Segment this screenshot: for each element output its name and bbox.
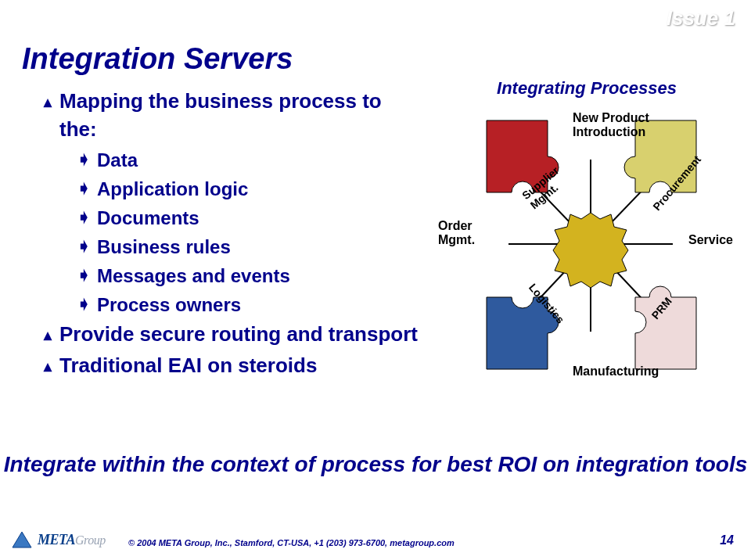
bullet-item: ➧ Business rules bbox=[77, 234, 419, 260]
label-new-product-introduction: New Product Introduction bbox=[573, 111, 649, 140]
arrow-bullet-icon: ➧ bbox=[77, 176, 91, 201]
bullet-item: ▴ Traditional EAI on steroids bbox=[44, 352, 419, 380]
bullet-item: ➧ Application logic bbox=[77, 176, 419, 202]
arrow-bullet-icon: ➧ bbox=[77, 147, 91, 172]
bullet-text: Business rules bbox=[97, 234, 231, 260]
diagram-svg bbox=[438, 105, 735, 433]
logo-text-sub: Group bbox=[75, 533, 106, 547]
page-number: 14 bbox=[720, 533, 734, 547]
arrow-bullet-icon: ➧ bbox=[77, 292, 91, 317]
triangle-bullet-icon: ▴ bbox=[44, 321, 52, 349]
meta-group-logo: METAGroup bbox=[11, 530, 106, 549]
bullet-item: ▴ Mapping the business process to the: bbox=[44, 88, 419, 144]
bullet-text: Messages and events bbox=[97, 263, 290, 289]
label-manufacturing: Manufacturing bbox=[573, 364, 659, 379]
label-order-mgmt: Order Mgmt. bbox=[438, 219, 475, 248]
diagram-title: Integrating Processes bbox=[438, 78, 735, 99]
center-gear-icon bbox=[553, 213, 628, 288]
summary-text: Integrate within the context of process … bbox=[0, 451, 751, 479]
copyright-text: © 2004 META Group, Inc., Stamford, CT-US… bbox=[128, 538, 455, 547]
arrow-bullet-icon: ➧ bbox=[77, 205, 91, 230]
bullet-text: Provide secure routing and transport bbox=[59, 321, 418, 349]
bullet-list: ▴ Mapping the business process to the: ➧… bbox=[44, 88, 419, 383]
bullet-item: ➧ Documents bbox=[77, 205, 419, 231]
bullet-item: ➧ Process owners bbox=[77, 292, 419, 318]
bullet-item: ▴ Provide secure routing and transport bbox=[44, 321, 419, 349]
bullet-item: ➧ Data bbox=[77, 147, 419, 173]
bullet-item: ➧ Messages and events bbox=[77, 263, 419, 289]
integrating-processes-diagram: Integrating Processes bbox=[438, 78, 735, 438]
bullet-text: Documents bbox=[97, 205, 199, 231]
label-service: Service bbox=[688, 233, 733, 247]
issue-badge: Issue 1 bbox=[667, 6, 735, 31]
bullet-text: Application logic bbox=[97, 176, 248, 202]
bullet-text: Traditional EAI on steroids bbox=[59, 352, 317, 380]
triangle-bullet-icon: ▴ bbox=[44, 352, 52, 380]
footer: METAGroup © 2004 META Group, Inc., Stamf… bbox=[0, 524, 751, 554]
triangle-bullet-icon: ▴ bbox=[44, 88, 52, 116]
logo-text-main: META bbox=[38, 532, 75, 547]
bullet-text: Data bbox=[97, 147, 138, 173]
arrow-bullet-icon: ➧ bbox=[77, 234, 91, 259]
svg-marker-8 bbox=[13, 532, 31, 547]
slide: Issue 1 Integration Servers ▴ Mapping th… bbox=[0, 0, 751, 560]
logo-triangle-icon bbox=[11, 530, 33, 549]
slide-title: Integration Servers bbox=[22, 42, 293, 76]
bullet-text: Mapping the business process to the: bbox=[59, 88, 419, 144]
bullet-text: Process owners bbox=[97, 292, 241, 318]
arrow-bullet-icon: ➧ bbox=[77, 263, 91, 288]
